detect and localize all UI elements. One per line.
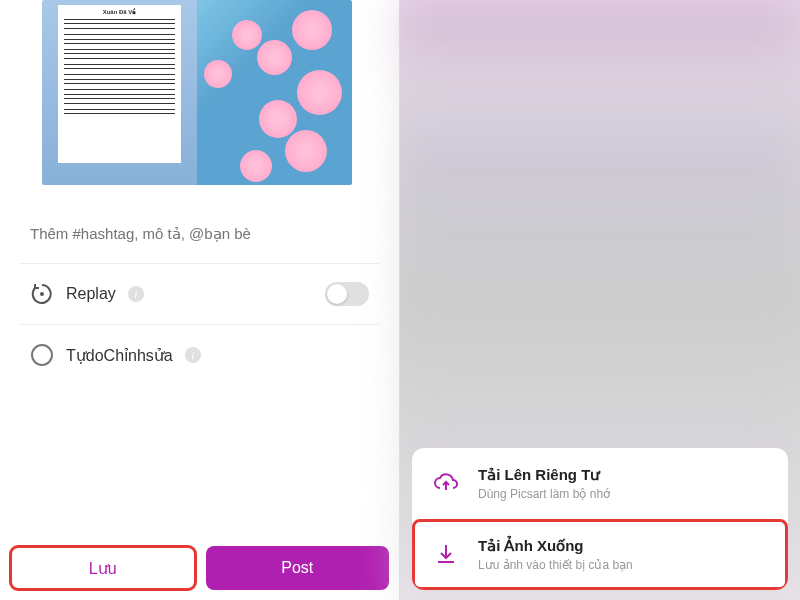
save-button[interactable]: Lưu	[10, 546, 196, 590]
save-options-panel: Tải Lên Riêng Tư Dùng Picsart làm bộ nhớ…	[400, 0, 800, 600]
free-edit-option-row[interactable]: TựdoChỉnhsửa i	[0, 325, 399, 385]
preview-sheet-music: Xuân Đã Về	[42, 0, 197, 185]
post-button[interactable]: Post	[206, 546, 390, 590]
info-icon[interactable]: i	[185, 347, 201, 363]
hashtag-input[interactable]	[30, 225, 369, 242]
download-item[interactable]: Tải Ảnh Xuống Lưu ảnh vào thiết bị của b…	[412, 519, 788, 590]
bottom-button-bar: Lưu Post	[0, 536, 399, 600]
replay-option-row[interactable]: Replay i	[0, 264, 399, 324]
replay-icon	[30, 282, 54, 306]
preview-image[interactable]: Xuân Đã Về	[42, 0, 352, 185]
action-sheet: Tải Lên Riêng Tư Dùng Picsart làm bộ nhớ…	[412, 448, 788, 590]
download-subtitle: Lưu ảnh vào thiết bị của bạn	[478, 558, 633, 572]
svg-point-0	[40, 292, 44, 296]
upload-private-item[interactable]: Tải Lên Riêng Tư Dùng Picsart làm bộ nhớ	[412, 448, 788, 519]
replay-label: Replay	[66, 285, 116, 303]
hashtag-section	[0, 185, 399, 263]
post-button-label: Post	[281, 559, 313, 577]
circle-icon	[30, 343, 54, 367]
toggle-knob	[327, 284, 347, 304]
download-icon	[432, 541, 460, 569]
replay-toggle[interactable]	[325, 282, 369, 306]
upload-private-title: Tải Lên Riêng Tư	[478, 466, 610, 484]
download-text: Tải Ảnh Xuống Lưu ảnh vào thiết bị của b…	[478, 537, 633, 572]
info-icon[interactable]: i	[128, 286, 144, 302]
share-panel: Xuân Đã Về Rep	[0, 0, 400, 600]
cloud-upload-icon	[432, 470, 460, 498]
upload-private-text: Tải Lên Riêng Tư Dùng Picsart làm bộ nhớ	[478, 466, 610, 501]
sheet-title: Xuân Đã Về	[62, 9, 177, 16]
save-button-label: Lưu	[89, 559, 117, 578]
download-title: Tải Ảnh Xuống	[478, 537, 633, 555]
upload-private-subtitle: Dùng Picsart làm bộ nhớ	[478, 487, 610, 501]
free-edit-label: TựdoChỉnhsửa	[66, 346, 173, 365]
svg-point-1	[32, 345, 52, 365]
